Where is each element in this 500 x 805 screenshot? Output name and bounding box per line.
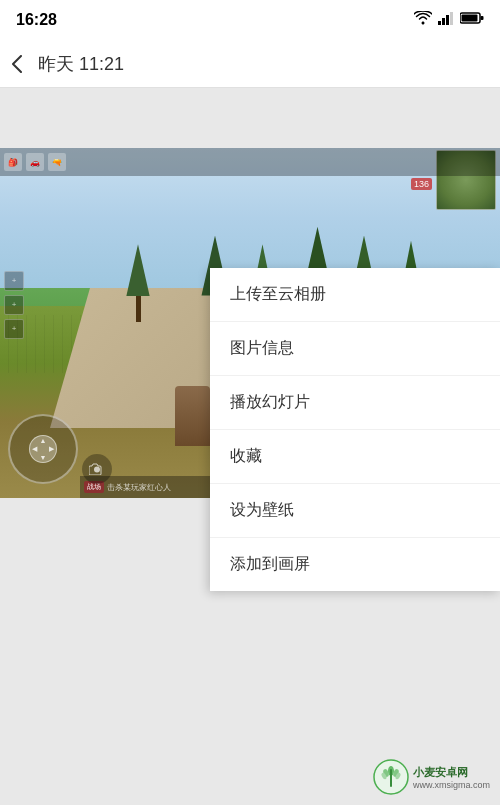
- joystick-container: ▲ ◀ ▶ ▼: [8, 414, 78, 484]
- character: [175, 386, 210, 446]
- signal-icon: [438, 11, 454, 29]
- svg-rect-6: [481, 16, 484, 20]
- main-content: 136 🎒 🚗 🔫 + + +: [0, 88, 500, 805]
- status-icons: [414, 11, 484, 29]
- svg-rect-0: [438, 21, 441, 25]
- menu-item-upload-cloud[interactable]: 上传至云相册: [210, 268, 500, 322]
- context-menu: 上传至云相册 图片信息 播放幻灯片 收藏 设为壁纸 添加到画屏: [210, 268, 500, 591]
- status-bar: 16:28: [0, 0, 500, 40]
- game-ui-top: 🎒 🚗 🔫: [0, 148, 500, 176]
- side-btn-3[interactable]: +: [4, 319, 24, 339]
- game-icon-backpack: 🎒: [4, 153, 22, 171]
- joystick[interactable]: ▲ ◀ ▶ ▼: [8, 414, 78, 484]
- svg-rect-5: [462, 15, 478, 22]
- nav-bar: 昨天 11:21: [0, 40, 500, 88]
- svg-point-7: [94, 467, 100, 473]
- watermark-text-container: 小麦安卓网 www.xmsigma.com: [413, 765, 490, 790]
- status-time: 16:28: [16, 11, 57, 29]
- player-count-badge: 136: [411, 178, 432, 190]
- side-btn-2[interactable]: +: [4, 295, 24, 315]
- game-status-text: 击杀某玩家红心人: [107, 482, 171, 493]
- menu-item-set-wallpaper[interactable]: 设为壁纸: [210, 484, 500, 538]
- menu-item-add-to-screen[interactable]: 添加到画屏: [210, 538, 500, 591]
- game-icon-gun: 🔫: [48, 153, 66, 171]
- menu-item-favorite[interactable]: 收藏: [210, 430, 500, 484]
- side-btn-1[interactable]: +: [4, 271, 24, 291]
- back-button[interactable]: 昨天 11:21: [12, 52, 124, 76]
- menu-item-slideshow[interactable]: 播放幻灯片: [210, 376, 500, 430]
- nav-title: 昨天 11:21: [38, 52, 124, 76]
- svg-rect-2: [446, 15, 449, 25]
- watermark-logo: [373, 759, 409, 795]
- wifi-icon: [414, 11, 432, 29]
- game-icon-vehicle: 🚗: [26, 153, 44, 171]
- side-buttons: + + +: [4, 271, 24, 339]
- svg-rect-1: [442, 18, 445, 25]
- watermark-sub-text: www.xmsigma.com: [413, 780, 490, 790]
- watermark-main-text: 小麦安卓网: [413, 765, 490, 780]
- battery-icon: [460, 11, 484, 29]
- svg-rect-3: [450, 12, 453, 25]
- watermark: 小麦安卓网 www.xmsigma.com: [373, 759, 490, 795]
- svg-rect-14: [390, 769, 392, 787]
- camera-button[interactable]: [82, 454, 112, 484]
- menu-item-image-info[interactable]: 图片信息: [210, 322, 500, 376]
